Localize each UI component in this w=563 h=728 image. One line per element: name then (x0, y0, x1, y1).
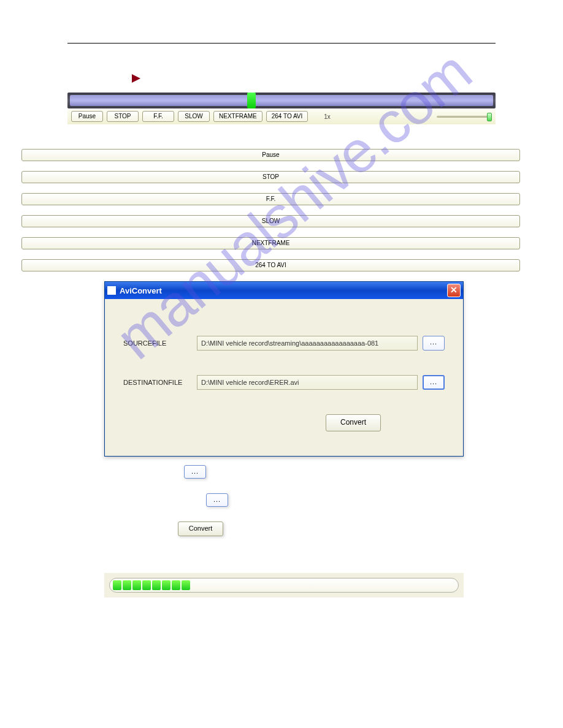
slow-button[interactable]: SLOW (178, 111, 210, 122)
aviconvert-dialog: AviConvert ✕ SOURCEFILE D:\MINI vehicle … (104, 281, 464, 457)
dialog-body: SOURCEFILE D:\MINI vehicle record\stream… (105, 299, 463, 456)
control-bar: Pause STOP F.F. SLOW NEXTFRAME 264 TO AV… (67, 108, 496, 124)
progress-segment (132, 580, 141, 590)
sourcefile-browse-button[interactable]: ... (423, 336, 445, 351)
progress-segment (113, 580, 121, 590)
ff-button[interactable]: F.F. (142, 111, 174, 122)
progress-segment (162, 580, 170, 590)
progress-fill (70, 95, 493, 106)
browse-button-inline-2[interactable]: ... (206, 493, 228, 507)
play-icon (132, 74, 140, 83)
slow-button-standalone[interactable]: SLOW (21, 215, 520, 227)
stop-button[interactable]: STOP (107, 111, 139, 122)
progress-segment (152, 580, 161, 590)
nextframe-button[interactable]: NEXTFRAME (213, 111, 262, 122)
destinationfile-input[interactable]: D:\MINI vehicle record\ERER.avi (197, 375, 418, 390)
progress-segment (182, 580, 190, 590)
progress-segment (142, 580, 151, 590)
volume-slider[interactable] (437, 112, 492, 121)
progress-segment (172, 580, 180, 590)
ff-button-standalone[interactable]: F.F. (21, 193, 520, 205)
playback-progress-track[interactable] (67, 93, 496, 108)
speed-label: 1x (324, 113, 331, 120)
convert-button[interactable]: Convert (326, 414, 381, 431)
pause-button-standalone[interactable]: Pause (21, 149, 520, 161)
button-list: Pause STOP F.F. SLOW NEXTFRAME 264 TO AV… (21, 149, 520, 271)
dialog-title: AviConvert (120, 286, 162, 295)
inline-buttons: ... ... Convert (184, 465, 520, 536)
destinationfile-browse-button[interactable]: ... (423, 375, 445, 390)
horizontal-rule (67, 43, 496, 44)
progress-bar-container (104, 573, 464, 597)
stop-button-standalone[interactable]: STOP (21, 171, 520, 183)
progress-segment (123, 580, 131, 590)
app-icon (107, 286, 116, 295)
dialog-titlebar[interactable]: AviConvert ✕ (105, 282, 463, 299)
browse-button-inline-1[interactable]: ... (184, 465, 206, 479)
volume-thumb[interactable] (487, 113, 492, 121)
sourcefile-input[interactable]: D:\MINI vehicle record\streaming\aaaaaaa… (197, 336, 418, 351)
close-button[interactable]: ✕ (447, 284, 461, 297)
nextframe-button-standalone[interactable]: NEXTFRAME (21, 237, 520, 249)
progress-handle[interactable] (247, 93, 256, 108)
264-to-avi-button[interactable]: 264 TO AVI (266, 111, 308, 122)
volume-track (437, 116, 492, 118)
convert-button-inline[interactable]: Convert (178, 521, 223, 536)
pause-button[interactable]: Pause (71, 111, 103, 122)
destinationfile-label: DESTINATIONFILE (123, 379, 197, 386)
progress-bar (109, 578, 459, 593)
sourcefile-label: SOURCEFILE (123, 339, 197, 347)
264-to-avi-button-standalone[interactable]: 264 TO AVI (21, 259, 520, 271)
